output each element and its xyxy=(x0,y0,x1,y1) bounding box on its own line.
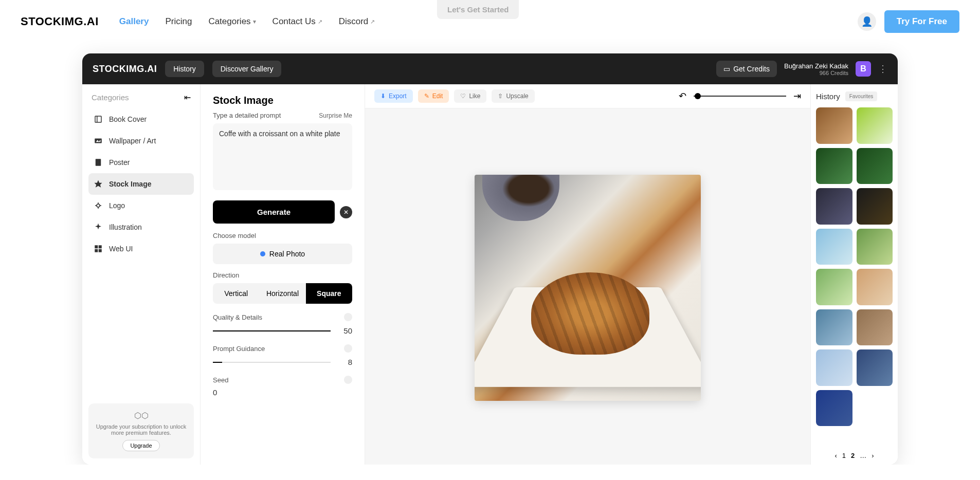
site-header-right: 👤 Try For Free xyxy=(858,10,959,33)
sidebar-item-book-cover[interactable]: Book Cover xyxy=(88,108,194,130)
history-thumbnail[interactable] xyxy=(816,390,852,427)
get-credits-label: Get Credits xyxy=(733,65,770,73)
direction-horizontal[interactable]: Horizontal xyxy=(259,283,305,304)
history-thumbnail[interactable] xyxy=(816,269,852,305)
page-ellipsis: … xyxy=(860,452,866,459)
history-thumbnail[interactable] xyxy=(816,309,852,346)
upscale-icon: ⇧ xyxy=(498,93,503,100)
user-avatar[interactable]: B xyxy=(856,61,871,77)
upscale-button[interactable]: ⇧ Upscale xyxy=(492,89,534,103)
page-prev-icon[interactable]: ‹ xyxy=(834,452,837,459)
sidebar-item-label: Illustration xyxy=(109,223,142,231)
sidebar-item-label: Web UI xyxy=(109,245,133,253)
tab-discover-gallery[interactable]: Discover Gallery xyxy=(212,61,282,77)
history-panel: History Favourites ‹ xyxy=(810,84,898,465)
prompt-label: Type a detailed prompt xyxy=(213,112,281,119)
sidebar-item-logo[interactable]: Logo xyxy=(88,195,194,216)
history-thumbnail[interactable] xyxy=(857,309,893,346)
grid-icon xyxy=(94,244,103,253)
sidebar-item-web-ui[interactable]: Web UI xyxy=(88,238,194,260)
user-credits: 966 Credits xyxy=(784,70,848,76)
nav-contact[interactable]: Contact Us ↗ xyxy=(273,16,322,27)
info-icon[interactable] xyxy=(344,376,352,384)
user-menu[interactable]: 👤 xyxy=(858,12,876,31)
collapse-sidebar-icon[interactable]: ⇤ xyxy=(184,93,191,102)
chevron-down-icon: ▾ xyxy=(253,18,256,25)
nav-discord[interactable]: Discord ↗ xyxy=(339,16,375,27)
page-next-icon[interactable]: › xyxy=(872,452,874,459)
svg-rect-11 xyxy=(95,245,98,248)
nav-categories-label: Categories xyxy=(208,16,250,27)
history-thumbnail[interactable] xyxy=(857,269,893,305)
nav-discord-label: Discord xyxy=(339,16,369,27)
history-thumbnail[interactable] xyxy=(816,349,852,386)
external-link-icon: ↗ xyxy=(370,19,375,25)
history-thumbnail[interactable] xyxy=(816,148,852,184)
direction-group: Vertical Horizontal Square xyxy=(213,283,352,304)
undo-icon[interactable]: ↶ xyxy=(679,90,686,102)
generated-image[interactable] xyxy=(475,175,701,401)
tab-history[interactable]: History xyxy=(165,61,204,77)
favourites-tab[interactable]: Favourites xyxy=(845,91,878,101)
history-thumbnail[interactable] xyxy=(816,107,852,144)
sidebar-item-poster[interactable]: Poster xyxy=(88,152,194,173)
history-thumbnail[interactable] xyxy=(857,349,893,386)
try-for-free-button[interactable]: Try For Free xyxy=(884,10,959,33)
like-button[interactable]: ♡ Like xyxy=(454,89,486,103)
history-thumbnail[interactable] xyxy=(857,148,893,184)
zoom-knob[interactable] xyxy=(695,93,701,99)
star-icon xyxy=(94,179,103,189)
kebab-menu-icon[interactable]: ⋮ xyxy=(878,63,887,75)
surprise-me-button[interactable]: Surprise Me xyxy=(319,112,352,119)
credit-card-icon: ▭ xyxy=(723,65,730,73)
svg-rect-12 xyxy=(99,245,102,248)
close-icon: ✕ xyxy=(343,209,349,216)
canvas-content[interactable] xyxy=(365,108,810,465)
svg-marker-5 xyxy=(95,180,102,188)
page-1[interactable]: 1 xyxy=(842,452,846,459)
sidebar-item-stock-image[interactable]: Stock Image xyxy=(88,173,194,195)
nav-categories[interactable]: Categories ▾ xyxy=(208,16,256,27)
lets-get-started-banner[interactable]: Let's Get Started xyxy=(437,0,519,19)
history-thumbnail[interactable] xyxy=(857,229,893,265)
info-icon[interactable] xyxy=(344,344,352,353)
pencil-icon: ✎ xyxy=(424,93,429,100)
export-button[interactable]: ⬇ Export xyxy=(374,89,413,103)
clear-prompt-button[interactable]: ✕ xyxy=(340,206,352,218)
fit-width-icon[interactable]: ⇥ xyxy=(793,90,801,102)
edit-button[interactable]: ✎ Edit xyxy=(418,89,449,103)
poster-icon xyxy=(94,158,103,167)
history-thumbnail[interactable] xyxy=(857,188,893,225)
get-credits-button[interactable]: ▭ Get Credits xyxy=(716,61,777,77)
upgrade-button[interactable]: Upgrade xyxy=(122,440,159,451)
sidebar-item-illustration[interactable]: Illustration xyxy=(88,216,194,238)
direction-square[interactable]: Square xyxy=(306,283,352,304)
history-thumbnail[interactable] xyxy=(816,229,852,265)
direction-vertical[interactable]: Vertical xyxy=(213,283,259,304)
svg-rect-14 xyxy=(99,249,102,252)
prompt-input[interactable] xyxy=(213,123,352,190)
nav-gallery[interactable]: Gallery xyxy=(119,16,149,27)
generate-button[interactable]: Generate xyxy=(213,200,335,224)
nav-pricing[interactable]: Pricing xyxy=(165,16,192,27)
model-select[interactable]: Real Photo xyxy=(213,244,352,264)
svg-rect-4 xyxy=(96,159,101,166)
guidance-slider[interactable] xyxy=(213,362,331,363)
choose-model-label: Choose model xyxy=(213,232,352,239)
heart-icon: ♡ xyxy=(460,93,466,100)
quality-slider[interactable] xyxy=(213,330,331,331)
info-icon[interactable] xyxy=(344,313,352,321)
sidebar-item-wallpaper[interactable]: Wallpaper / Art xyxy=(88,130,194,152)
history-thumbnail[interactable] xyxy=(857,107,893,144)
user-name: Buğrahan Zeki Kadak xyxy=(784,62,848,70)
svg-rect-0 xyxy=(95,116,101,122)
guidance-section: Prompt Guidance 8 xyxy=(213,344,352,366)
target-icon xyxy=(94,201,103,210)
zoom-slider[interactable] xyxy=(694,96,786,97)
history-tab[interactable]: History xyxy=(816,92,840,101)
quality-value: 50 xyxy=(338,326,352,335)
history-thumbnail[interactable] xyxy=(816,188,852,225)
sidebar-item-label: Stock Image xyxy=(109,180,151,188)
upgrade-text: Upgrade your subscription to unlock more… xyxy=(94,423,189,436)
page-2[interactable]: 2 xyxy=(851,452,855,459)
